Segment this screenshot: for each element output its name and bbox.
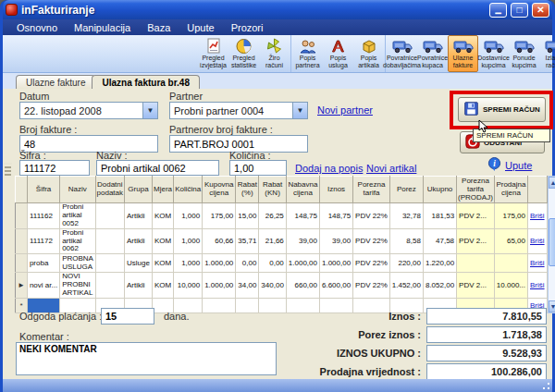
scroll-down-icon[interactable]: ▼ [549, 300, 555, 312]
cell-koli-ina[interactable]: 10,000 [174, 273, 203, 299]
menu-item-upute[interactable]: Upute [179, 21, 222, 34]
spremi-racun-button[interactable]: SPREMI RAČUN [458, 97, 546, 122]
cell-naziv[interactable]: NOVI PROBNI ARTIKAL [60, 273, 95, 299]
row-selector[interactable] [16, 254, 28, 273]
resize-grip-icon[interactable] [541, 381, 550, 390]
cell-mjera[interactable]: KOM [152, 273, 173, 299]
cell-porezna-tarifa[interactable]: PDV 22% [353, 273, 390, 299]
cell-dodatni-podatak[interactable] [95, 273, 124, 299]
cell-koli-ina[interactable]: 1,000 [174, 254, 203, 273]
naziv-field[interactable] [96, 160, 219, 176]
cell-prodajna-cijena[interactable]: 65,00 [494, 228, 527, 253]
toolbar-button-ulazne-fakture[interactable]: Ulazne fakture [448, 35, 478, 72]
delete-row-link[interactable]: Briši [530, 281, 545, 289]
maximize-icon[interactable] [511, 3, 528, 18]
toolbar-button-popis-artikala[interactable]: Popis artikala [353, 35, 384, 72]
grid-scrollbar[interactable]: ▲ ▼ [548, 176, 555, 313]
chevron-down-icon[interactable]: ▼ [292, 103, 307, 118]
toolbar-button-povratnice-kupaca[interactable]: Povratnice kupaca [417, 35, 448, 72]
cell-dodatni-podatak[interactable] [95, 254, 124, 273]
cell-naziv[interactable]: Probni artikal 0062 [60, 228, 95, 253]
toolbar-button-popis-usluga[interactable]: Popis usluga [323, 35, 353, 72]
menu-item-osnovno[interactable]: Osnovno [8, 21, 66, 34]
upute-link[interactable]: Upute [505, 160, 532, 171]
cell-ifra[interactable]: 111162 [27, 203, 59, 228]
cell-prodajna-cijena[interactable]: 10.000... [494, 273, 527, 299]
cell-grupa[interactable]: Artikli [125, 203, 153, 228]
cell-prodajna-cijena[interactable] [494, 254, 527, 273]
cell-rabat[interactable]: 0,00 [236, 254, 259, 273]
toolbar-button-pregled-izvje-taja[interactable]: Pregled izvještaja [198, 35, 228, 72]
cell-grupa[interactable]: Artikli [125, 273, 153, 299]
cell-rabat-kn[interactable]: 26,25 [259, 203, 286, 228]
cell-dodatni-podatak[interactable] [95, 203, 124, 228]
dodaj-na-popis-link[interactable]: Dodaj na popis [295, 163, 363, 174]
cell-ukupno[interactable]: 8.052,00 [423, 273, 456, 299]
novi-partner-link[interactable]: Novi partner [317, 104, 373, 116]
novi-artikal-link[interactable]: Novi artikal [366, 163, 416, 174]
current-row-icon[interactable]: ► [16, 273, 28, 299]
cell-ukupno[interactable]: 47,58 [423, 228, 456, 253]
cell-porez[interactable]: 220,00 [389, 254, 423, 273]
cell-porezna-tarifa[interactable]: PDV 22% [353, 203, 390, 228]
tab-ulazna-faktura-br-48[interactable]: Ulazna faktura br.48 [92, 75, 199, 89]
menu-item-baza[interactable]: Baza [139, 21, 179, 34]
datum-dropdown[interactable]: 22. listopad 2008 ▼ [19, 102, 158, 119]
toolbar-button-pregled-statistike[interactable]: Pregled statistike [228, 35, 259, 72]
komentar-field[interactable]: NEKI KOMENTAR [16, 342, 277, 375]
toolbar-button-ponude-kupcima[interactable]: Ponude kupcima [509, 35, 539, 72]
cell-ifra[interactable]: novi ar... [27, 273, 59, 299]
cell-kupovna-cijena[interactable]: 1.000,00 [203, 254, 236, 273]
cell-mjera[interactable]: KOM [152, 228, 173, 253]
cell-rabat-kn[interactable]: 21,66 [259, 228, 286, 253]
scroll-up-icon[interactable]: ▲ [549, 177, 555, 189]
toolbar-button-dostavnice-kupcima[interactable]: Dostavnice kupcima [478, 35, 509, 72]
cell-porezna-tarifa-prodaj[interactable]: PDV 2... [457, 273, 495, 299]
cell-iznos[interactable]: 1.000,00 [319, 254, 352, 273]
cell-dodatni-podatak[interactable] [95, 228, 124, 253]
cell-porezna-tarifa[interactable]: PDV 22% [353, 254, 390, 273]
cell-rabat[interactable]: 15,00 [236, 203, 259, 228]
row-selector[interactable] [16, 228, 28, 253]
cell-ifra[interactable]: 111172 [27, 228, 59, 253]
toolbar-button-popis-partnera[interactable]: Popis partnera [292, 35, 323, 72]
cell-koli-ina[interactable]: 1,000 [174, 203, 203, 228]
row-selector[interactable] [16, 203, 28, 228]
cell-ifra[interactable]: proba [27, 254, 59, 273]
cell-grupa[interactable]: Usluge [125, 254, 153, 273]
cell-kupovna-cijena[interactable] [203, 299, 236, 313]
cell-porezna-tarifa[interactable]: PDV 22% [353, 228, 390, 253]
cell-prodajna-cijena[interactable]: 175,00 [494, 203, 527, 228]
cell-porezna-tarifa-prodaj[interactable]: PDV 2... [457, 228, 495, 253]
cell-rabat-kn[interactable]: 0,00 [259, 254, 286, 273]
cell-porezna-tarifa-prodaj[interactable] [457, 254, 495, 273]
cell-porez[interactable]: 8,58 [389, 228, 423, 253]
menu-item-manipulacija[interactable]: Manipulacija [66, 21, 139, 34]
cell-porez[interactable]: 1.452,00 [389, 273, 423, 299]
cell-rabat-kn[interactable]: 340,00 [259, 273, 286, 299]
toolbar-button-izlazni-ra-uni[interactable]: Izlazni računi [539, 35, 555, 72]
cell-rabat[interactable]: 35,71 [236, 228, 259, 253]
cell-koli-ina[interactable]: 1,000 [174, 228, 203, 253]
partner-dropdown[interactable]: Probni partner 0004 ▼ [169, 102, 308, 119]
cell-grupa[interactable]: Artikli [125, 228, 153, 253]
cell-naziv[interactable]: PROBNA USLUGA [60, 254, 95, 273]
cell-ukupno[interactable]: 1.220,00 [423, 254, 456, 273]
scrollbar-thumb[interactable] [549, 218, 555, 266]
toolbar-button-iro-ra-uni[interactable]: Žiro računi [259, 35, 290, 72]
cell-iznos[interactable]: 148,75 [319, 203, 352, 228]
cell-rabat[interactable]: 34,00 [236, 273, 259, 299]
menu-item-prozori[interactable]: Prozori [223, 21, 272, 34]
minimize-icon[interactable] [489, 3, 507, 18]
toolbar-button-povratnice-dobavlja-ima[interactable]: Povratnice dobavljačima [387, 35, 417, 72]
cell-nabavna-cijena[interactable]: 660,00 [286, 273, 319, 299]
chevron-down-icon[interactable]: ▼ [142, 103, 157, 118]
delete-row-link[interactable]: Briši [530, 237, 545, 245]
delete-row-link[interactable]: Briši [530, 212, 545, 220]
cell-iznos[interactable]: 6.600,00 [319, 273, 352, 299]
cell-porezna-tarifa-prodaj[interactable]: PDV 2... [457, 203, 495, 228]
cell-kupovna-cijena[interactable]: 60,66 [203, 228, 236, 253]
cell-mjera[interactable]: KOM [152, 254, 173, 273]
cell-kupovna-cijena[interactable]: 1.000,00 [203, 273, 236, 299]
drag-grip[interactable] [4, 163, 12, 177]
